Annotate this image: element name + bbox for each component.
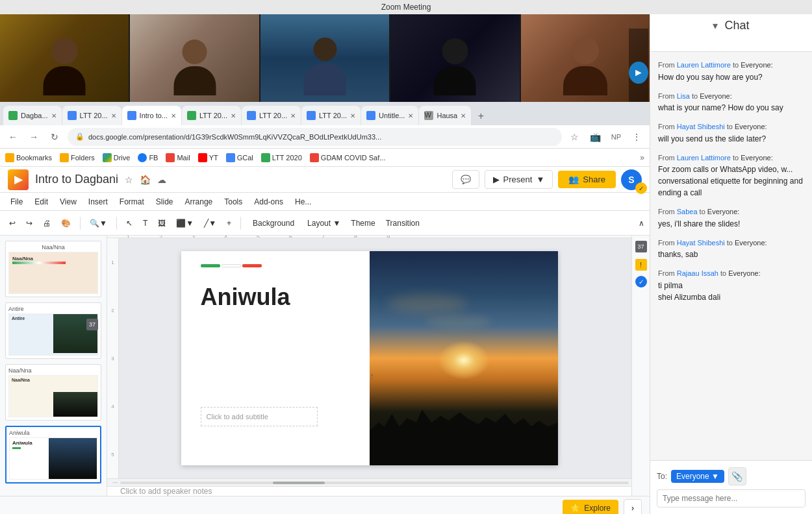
- tab-close-icon[interactable]: ✕: [171, 112, 176, 119]
- menu-help[interactable]: He...: [290, 195, 316, 209]
- undo-button[interactable]: ↩: [5, 216, 19, 230]
- cloud-icon[interactable]: ☁: [157, 175, 166, 185]
- tab-close-icon[interactable]: ✕: [350, 112, 355, 119]
- tree-silhouette: [370, 380, 558, 465]
- collapse-toolbar-button[interactable]: ∧: [639, 219, 644, 228]
- back-button[interactable]: ←: [5, 129, 21, 145]
- current-slide[interactable]: Aniwula Click to add subtitle: [181, 251, 558, 465]
- bookmark-covid[interactable]: GDAM COVID Saf...: [310, 153, 386, 162]
- url-bar[interactable]: 🔒 docs.google.com/presentation/d/1G39rSc…: [68, 128, 562, 146]
- zoom-button[interactable]: 🔍▼: [86, 216, 111, 230]
- menu-dots-icon[interactable]: ⋮: [629, 129, 644, 145]
- chat-collapse-icon[interactable]: ▾: [713, 19, 718, 32]
- slide-thumb-2[interactable]: Antire Antire 37: [5, 302, 101, 359]
- chevron-right-button[interactable]: ›: [624, 499, 642, 515]
- redo-button[interactable]: ↪: [22, 216, 36, 230]
- bookmarks-more[interactable]: »: [640, 153, 644, 162]
- comment-button[interactable]: 💬: [452, 170, 479, 189]
- participant-video-3[interactable]: [260, 14, 389, 102]
- menu-arrange[interactable]: Arrange: [180, 195, 218, 209]
- menu-view[interactable]: View: [55, 195, 82, 209]
- add-tab-button[interactable]: +: [472, 107, 490, 125]
- forward-button[interactable]: →: [26, 129, 42, 145]
- horizontal-scrollbar[interactable]: ···: [107, 478, 631, 486]
- tab-close-icon[interactable]: ✕: [51, 112, 57, 119]
- slide-thumb-3[interactable]: Naa/Nna Naa/Nna ✓: [5, 364, 101, 421]
- tab-close-icon[interactable]: ✕: [461, 112, 466, 119]
- slide-badge-check: ✓: [635, 276, 647, 288]
- tab-ltt3[interactable]: LTT 20... ✕: [242, 106, 301, 125]
- slides-app: ▶ Intro to Dagbani ☆ 🏠 ☁ 💬 ▶ Present ▼ 👥…: [0, 167, 650, 514]
- theme-button[interactable]: Theme: [347, 216, 379, 230]
- next-participant-button[interactable]: ►: [629, 29, 648, 102]
- scrollbar-track[interactable]: [120, 482, 629, 484]
- slide-title-text[interactable]: Aniwula: [201, 284, 290, 311]
- bookmark-ltt2020[interactable]: LTT 2020: [261, 153, 302, 162]
- reload-button[interactable]: ↻: [47, 129, 62, 145]
- tab-ltt4[interactable]: LTT 20... ✕: [301, 106, 361, 125]
- arrow-circle-icon[interactable]: ►: [629, 62, 648, 84]
- drive-icon: [103, 153, 112, 162]
- bookmark-mail[interactable]: Mail: [166, 153, 190, 162]
- flag-stripe: [201, 264, 262, 267]
- slide-editor-area[interactable]: 1 2 3 4 5 A: [107, 238, 631, 478]
- tab-ltt1[interactable]: LTT 20... ✕: [62, 106, 121, 125]
- menu-addons[interactable]: Add-ons: [249, 195, 288, 209]
- menu-format[interactable]: Format: [114, 195, 149, 209]
- cast-icon[interactable]: 📺: [588, 129, 603, 145]
- bookmark-star-icon[interactable]: ☆: [567, 129, 583, 145]
- tab-dagba[interactable]: Dagba... ✕: [3, 106, 62, 125]
- print-button[interactable]: 🖨: [39, 216, 55, 230]
- present-button[interactable]: ▶ Present ▼: [485, 170, 553, 189]
- bookmark-drive[interactable]: Drive: [103, 153, 131, 162]
- paint-format-button[interactable]: 🎨: [57, 216, 75, 230]
- explore-button[interactable]: ⭐ Explore: [563, 500, 618, 515]
- bookmark-yt[interactable]: YT: [198, 153, 218, 162]
- background-button[interactable]: Background: [246, 216, 301, 230]
- slide-badge-37: 37: [635, 241, 647, 252]
- tab-close-icon[interactable]: ✕: [408, 112, 413, 119]
- tab-close-icon[interactable]: ✕: [290, 112, 296, 119]
- menu-file[interactable]: File: [5, 195, 28, 209]
- star-favorite-icon[interactable]: ☆: [125, 175, 133, 185]
- bookmark-bookmarks[interactable]: Bookmarks: [5, 153, 52, 162]
- menu-insert[interactable]: Insert: [83, 195, 113, 209]
- chat-file-button[interactable]: 📎: [728, 467, 746, 485]
- slide-thumb-4[interactable]: Aniwula Aniwula: [5, 426, 101, 483]
- chat-messages-list: From Lauren Lattimore to Everyone: How d…: [650, 52, 812, 460]
- tab-close-icon[interactable]: ✕: [231, 112, 236, 119]
- tab-intro[interactable]: Intro to... ✕: [122, 106, 181, 125]
- menu-tools[interactable]: Tools: [219, 195, 247, 209]
- slide-subtitle-placeholder[interactable]: Click to add subtitle: [201, 407, 318, 426]
- menu-slide[interactable]: Slide: [151, 195, 179, 209]
- slide-thumb-1[interactable]: Naa/Nna Naa/Nna: [5, 241, 101, 297]
- slide-notes-area[interactable]: Click to add speaker notes: [107, 486, 631, 496]
- chat-to-everyone-button[interactable]: Everyone ▼: [671, 470, 724, 483]
- tab-ltt2[interactable]: LTT 20... ✕: [182, 106, 241, 125]
- bookmark-gcal[interactable]: GCal: [226, 153, 253, 162]
- layout-button[interactable]: Layout ▼: [303, 216, 344, 230]
- participant-video-1[interactable]: [0, 14, 129, 102]
- line-tool[interactable]: ╱▼: [200, 216, 220, 230]
- title-bar-text: Zoom Meeting: [381, 3, 431, 12]
- tab-close-icon[interactable]: ✕: [111, 112, 116, 119]
- insert-button[interactable]: +: [223, 216, 235, 230]
- share-button[interactable]: 👥 Share: [558, 171, 616, 188]
- cursor-tool[interactable]: ↖: [122, 216, 136, 230]
- menu-edit[interactable]: Edit: [29, 195, 53, 209]
- participant-video-2[interactable]: [130, 14, 259, 102]
- move-to-drive-icon[interactable]: 🏠: [140, 175, 151, 185]
- image-tool[interactable]: 🖼: [154, 216, 170, 230]
- transition-button[interactable]: Transition: [382, 216, 424, 230]
- text-tool[interactable]: T: [139, 216, 151, 230]
- participant-video-4[interactable]: [390, 14, 519, 102]
- chat-input-field[interactable]: [657, 489, 806, 508]
- scrollbar-thumb[interactable]: [273, 482, 325, 484]
- slide-notes-placeholder[interactable]: Click to add speaker notes: [120, 487, 212, 496]
- tab-hausa[interactable]: W Hausa ✕: [419, 106, 471, 125]
- bookmark-folders[interactable]: Folders: [60, 153, 95, 162]
- shapes-tool[interactable]: ⬛▼: [172, 216, 197, 230]
- separator: [240, 217, 241, 230]
- tab-untitled[interactable]: Untitle... ✕: [361, 106, 418, 125]
- bookmark-fb[interactable]: FB: [138, 153, 158, 162]
